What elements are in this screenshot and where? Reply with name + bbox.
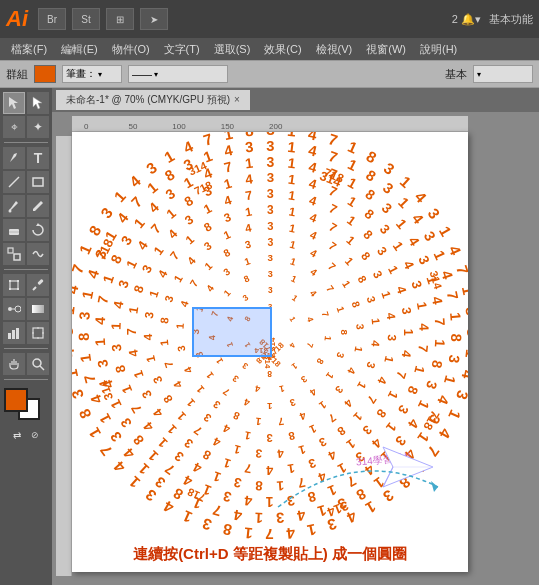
paintbrush-tool[interactable] xyxy=(3,195,25,217)
select-tool[interactable] xyxy=(3,92,25,114)
svg-point-4 xyxy=(9,210,12,213)
toolbar: ⌖ ✦ T xyxy=(0,88,52,585)
line-tool[interactable] xyxy=(3,171,25,193)
instruction-text: 連續按(Ctrl+D 等距複製貼上) 成一個圓圈 xyxy=(72,545,468,564)
document-tab[interactable]: 未命名-1* @ 70% (CMYK/GPU 預視) × xyxy=(56,90,250,110)
workspace-label: 基本功能 xyxy=(489,12,533,27)
top-bar: Ai Br St ⊞ ➤ 2 🔔▾ 基本功能 xyxy=(0,0,539,38)
bar-graph-tool[interactable] xyxy=(3,322,25,344)
tool-separator-1 xyxy=(4,142,48,143)
rotate-tool[interactable] xyxy=(27,219,49,241)
br-icon[interactable]: Br xyxy=(38,8,66,30)
menu-edit[interactable]: 編輯(E) xyxy=(54,38,105,60)
menu-type[interactable]: 文字(T) xyxy=(157,38,207,60)
menu-file[interactable]: 檔案(F) xyxy=(4,38,54,60)
svg-rect-12 xyxy=(17,280,19,282)
workspace-chevron-icon: ▾ xyxy=(477,70,481,79)
stroke-label: 筆畫： xyxy=(66,67,96,81)
svg-rect-13 xyxy=(9,288,11,290)
tool-row-8 xyxy=(3,274,49,296)
type-tool[interactable]: T xyxy=(27,147,49,169)
lasso-tool[interactable]: ⌖ xyxy=(3,116,25,138)
stroke-dropdown[interactable]: 筆畫： ▾ xyxy=(62,65,122,83)
tool-separator-4 xyxy=(4,379,48,380)
art-canvas[interactable]: 314 718 314 718 314 718 314 718 xyxy=(72,132,468,572)
free-transform-tool[interactable] xyxy=(3,274,25,296)
menu-effect[interactable]: 效果(C) xyxy=(257,38,308,60)
tool-separator-3 xyxy=(4,348,48,349)
gradient-tool[interactable] xyxy=(27,298,49,320)
style-dropdown[interactable]: —— ▾ xyxy=(128,65,228,83)
ruler-top: 0 50 100 150 200 xyxy=(72,116,468,132)
svg-line-16 xyxy=(33,287,36,290)
tool-row-4 xyxy=(3,171,49,193)
menu-select[interactable]: 選取(S) xyxy=(207,38,258,60)
main-area: ⌖ ✦ T xyxy=(0,88,539,585)
warp-tool[interactable] xyxy=(27,243,49,265)
svg-rect-10 xyxy=(10,281,18,289)
svg-marker-1 xyxy=(33,97,42,109)
menu-view[interactable]: 檢視(V) xyxy=(309,38,360,60)
fill-color-swatch[interactable] xyxy=(34,65,56,83)
foreground-color-swatch[interactable] xyxy=(4,388,28,412)
svg-point-29 xyxy=(33,359,41,367)
workspace-right-label: 基本 xyxy=(445,67,467,82)
tool-row-5 xyxy=(3,195,49,217)
top-right-area: 2 🔔▾ 基本功能 xyxy=(452,12,533,27)
zoom-tool[interactable] xyxy=(27,353,49,375)
svg-line-2 xyxy=(9,177,19,187)
svg-rect-23 xyxy=(16,328,19,339)
tool-separator-2 xyxy=(4,269,48,270)
color-boxes xyxy=(4,388,48,424)
options-bar: 群組 筆畫： ▾ —— ▾ 基本 ▾ xyxy=(0,60,539,88)
svg-rect-15 xyxy=(37,279,43,285)
pencil-tool[interactable] xyxy=(27,195,49,217)
tool-row-6 xyxy=(3,219,49,241)
svg-rect-11 xyxy=(9,280,11,282)
eraser-tool[interactable] xyxy=(3,219,25,241)
artboard-tool[interactable] xyxy=(27,322,49,344)
magic-wand-tool[interactable]: ✦ xyxy=(27,116,49,138)
tool-row-2: ⌖ ✦ xyxy=(3,116,49,138)
stroke-chevron-icon: ▾ xyxy=(98,70,102,79)
svg-rect-3 xyxy=(33,178,43,186)
workspace-dropdown[interactable]: ▾ xyxy=(473,65,533,83)
svg-rect-9 xyxy=(14,254,20,260)
canvas-area: 未命名-1* @ 70% (CMYK/GPU 預視) × 0 50 100 15… xyxy=(52,88,539,585)
eyedropper-tool[interactable] xyxy=(27,274,49,296)
svg-rect-20 xyxy=(32,305,44,313)
grid-icon[interactable]: ⊞ xyxy=(106,8,134,30)
direct-select-tool[interactable] xyxy=(27,92,49,114)
menu-window[interactable]: 視窗(W) xyxy=(359,38,413,60)
notification-badge: 2 🔔▾ xyxy=(452,13,481,26)
hand-tool[interactable] xyxy=(3,353,25,375)
canvas-wrapper[interactable]: 0 50 100 150 200 314 718 xyxy=(52,112,539,585)
ruler-left xyxy=(56,136,72,576)
swap-colors-icon[interactable]: ⇄ xyxy=(9,428,25,442)
scale-tool[interactable] xyxy=(3,243,25,265)
default-colors-icon[interactable]: ⊘ xyxy=(27,428,43,442)
svg-marker-42 xyxy=(431,481,438,492)
st-icon[interactable]: St xyxy=(72,8,100,30)
style-chevron-icon: ▾ xyxy=(154,70,158,79)
tab-close-button[interactable]: × xyxy=(234,90,240,110)
send-icon[interactable]: ➤ xyxy=(140,8,168,30)
pen-tool[interactable] xyxy=(3,147,25,169)
svg-marker-0 xyxy=(9,97,18,109)
tool-row-3: T xyxy=(3,147,49,169)
tab-bar: 未命名-1* @ 70% (CMYK/GPU 預視) × xyxy=(52,88,539,112)
svg-point-17 xyxy=(8,307,12,311)
menu-object[interactable]: 物件(O) xyxy=(105,38,157,60)
tool-row-11 xyxy=(3,353,49,375)
blend-tool[interactable] xyxy=(3,298,25,320)
color-mode-icons: ⇄ ⊘ xyxy=(9,428,43,442)
tool-row-7 xyxy=(3,243,49,265)
ai-logo-icon: Ai xyxy=(6,6,28,32)
tool-row-9 xyxy=(3,298,49,320)
tool-row-1 xyxy=(3,92,49,114)
svg-rect-8 xyxy=(8,248,13,253)
menu-help[interactable]: 說明(H) xyxy=(413,38,464,60)
svg-rect-24 xyxy=(33,328,43,338)
rect-tool[interactable] xyxy=(27,171,49,193)
svg-line-30 xyxy=(40,366,44,370)
